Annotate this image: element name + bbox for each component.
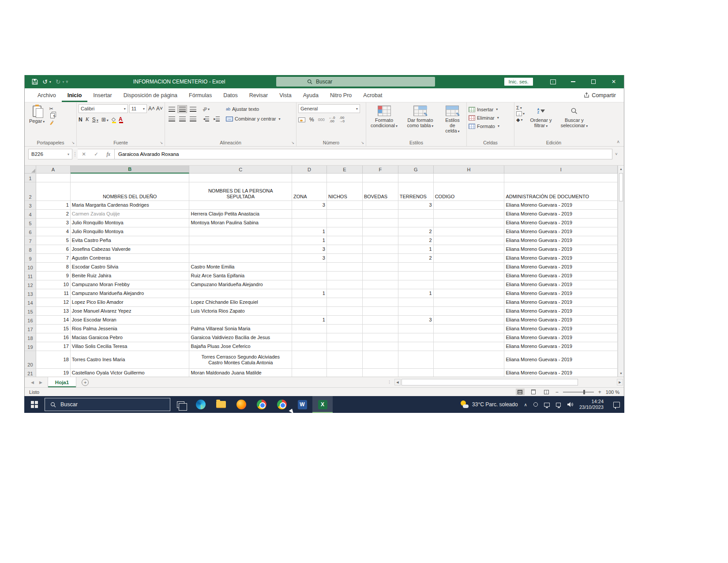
scroll-left-icon[interactable]: ◀ bbox=[394, 379, 401, 385]
chrome-button-2[interactable] bbox=[272, 396, 292, 413]
cell-I7[interactable]: Eliana Moreno Guevara - 2019 bbox=[504, 236, 618, 245]
formula-input[interactable]: Garaicoa Alvarado Roxana bbox=[115, 149, 612, 159]
network-icon[interactable] bbox=[556, 403, 561, 407]
cell-A3[interactable]: 1 bbox=[36, 201, 71, 210]
customize-qat-icon[interactable]: ▿ bbox=[66, 79, 68, 84]
cell-E20[interactable] bbox=[327, 351, 363, 369]
fill-color-button[interactable]: ◇ bbox=[112, 117, 116, 122]
cell-I9[interactable]: Eliana Moreno Guevara - 2019 bbox=[504, 254, 618, 263]
cell-I12[interactable]: Eliana Moreno Guevara - 2019 bbox=[504, 280, 618, 289]
cell-A21[interactable]: 19 bbox=[36, 369, 71, 377]
column-header-I[interactable]: I bbox=[504, 166, 618, 174]
cell-G5[interactable] bbox=[398, 219, 434, 227]
cell-D8[interactable]: 3 bbox=[292, 245, 327, 254]
cell-I4[interactable]: Eliana Moreno Guevara - 2019 bbox=[504, 210, 618, 219]
sheet-tab-hoja1[interactable]: Hoja1 bbox=[48, 377, 76, 387]
excel-button[interactable]: X bbox=[312, 396, 333, 413]
cell-E15[interactable] bbox=[327, 307, 363, 316]
cell-F4[interactable] bbox=[363, 210, 398, 219]
column-header-D[interactable]: D bbox=[292, 166, 327, 174]
cell-C14[interactable]: Lopez Chichande Elio Ezequiel bbox=[189, 298, 292, 307]
zoom-out-icon[interactable]: − bbox=[555, 389, 559, 395]
cell-C3[interactable] bbox=[189, 201, 292, 210]
cell-D20[interactable] bbox=[292, 351, 327, 369]
cell-H3[interactable] bbox=[434, 201, 505, 210]
row-header-14[interactable]: 14 bbox=[25, 298, 36, 307]
decrease-indent-icon[interactable]: ◂ bbox=[201, 115, 211, 123]
cell-H14[interactable] bbox=[434, 298, 505, 307]
fill-button[interactable]: ↓ bbox=[516, 111, 525, 116]
titlebar-search-box[interactable]: Buscar bbox=[276, 77, 435, 87]
cell-G3[interactable]: 3 bbox=[398, 201, 434, 210]
horizontal-scroll-thumb[interactable] bbox=[402, 379, 578, 385]
cell-G18[interactable] bbox=[398, 333, 434, 342]
vertical-scrollbar[interactable]: ▲ ▼ bbox=[618, 166, 624, 377]
normal-view-icon[interactable] bbox=[516, 389, 525, 395]
cell-C21[interactable]: Moran Maldonado Juana Matilde bbox=[189, 369, 292, 377]
cell-D18[interactable] bbox=[292, 333, 327, 342]
cell-G4[interactable] bbox=[398, 210, 434, 219]
cell-F11[interactable] bbox=[363, 272, 398, 280]
cell-E2[interactable]: NICHOS bbox=[327, 182, 363, 201]
cell-styles-button[interactable]: ✎ Estilos de celda bbox=[440, 104, 465, 136]
scroll-up-icon[interactable]: ▲ bbox=[618, 166, 624, 172]
word-button[interactable]: W bbox=[292, 396, 312, 413]
cell-F6[interactable] bbox=[363, 227, 398, 236]
cell-G14[interactable] bbox=[398, 298, 434, 307]
align-middle-icon[interactable] bbox=[177, 105, 187, 113]
row-header-20[interactable]: 20 bbox=[25, 351, 36, 369]
align-left-icon[interactable] bbox=[167, 115, 176, 123]
tab-disposici-n-de-p-gina[interactable]: Disposición de página bbox=[118, 88, 183, 102]
cell-H19[interactable] bbox=[434, 342, 505, 351]
cell-D19[interactable] bbox=[292, 342, 327, 351]
cell-G1[interactable] bbox=[398, 174, 434, 182]
cell-F2[interactable]: BOVEDAS bbox=[363, 182, 398, 201]
comma-style-icon[interactable]: 000 bbox=[318, 117, 325, 122]
row-header-1[interactable]: 1 bbox=[25, 174, 36, 182]
cell-D21[interactable] bbox=[292, 369, 327, 377]
scroll-right-icon[interactable]: ▶ bbox=[617, 379, 623, 385]
zoom-slider[interactable] bbox=[563, 392, 594, 393]
task-view-button[interactable] bbox=[170, 396, 191, 413]
sign-in-button[interactable]: Inic. ses. bbox=[504, 78, 533, 86]
cell-B11[interactable]: Benite Ruiz Jahira bbox=[71, 272, 190, 280]
cell-H16[interactable] bbox=[434, 316, 505, 325]
tab-ayuda[interactable]: Ayuda bbox=[297, 88, 324, 102]
cell-E12[interactable] bbox=[327, 280, 363, 289]
cell-G19[interactable] bbox=[398, 342, 434, 351]
cell-B9[interactable]: Agustin Contreras bbox=[71, 254, 190, 263]
increase-indent-icon[interactable]: ▸ bbox=[212, 115, 221, 123]
cell-E9[interactable] bbox=[327, 254, 363, 263]
cell-E14[interactable] bbox=[327, 298, 363, 307]
insert-cells-button[interactable]: Insertar bbox=[469, 105, 512, 113]
cell-C6[interactable] bbox=[189, 227, 292, 236]
cell-B1[interactable] bbox=[71, 174, 190, 182]
new-sheet-icon[interactable]: + bbox=[82, 379, 89, 386]
cell-E16[interactable] bbox=[327, 316, 363, 325]
cell-B17[interactable]: Rios Palma Jessenia bbox=[71, 325, 190, 333]
cell-F5[interactable] bbox=[363, 219, 398, 227]
column-header-F[interactable]: F bbox=[363, 166, 398, 174]
cell-D10[interactable] bbox=[292, 263, 327, 272]
cell-A9[interactable]: 7 bbox=[36, 254, 71, 263]
cell-C13[interactable] bbox=[189, 289, 292, 298]
cell-D11[interactable] bbox=[292, 272, 327, 280]
tab-datos[interactable]: Datos bbox=[218, 88, 244, 102]
cell-A1[interactable] bbox=[36, 174, 71, 182]
cell-H5[interactable] bbox=[434, 219, 505, 227]
insert-function-icon[interactable]: fx bbox=[106, 151, 110, 157]
cell-B16[interactable]: Jose Escodar Moran bbox=[71, 316, 190, 325]
cell-E3[interactable] bbox=[327, 201, 363, 210]
increase-decimal-icon[interactable]: ←.0 .00 bbox=[329, 116, 335, 123]
cell-F3[interactable] bbox=[363, 201, 398, 210]
scroll-down-icon[interactable]: ▼ bbox=[618, 370, 624, 377]
row-header-9[interactable]: 9 bbox=[25, 254, 36, 263]
page-break-view-icon[interactable] bbox=[542, 389, 551, 395]
cell-C20[interactable]: Torres Cerrasco Segundo Alciviades Castr… bbox=[189, 351, 292, 369]
row-header-4[interactable]: 4 bbox=[25, 210, 36, 219]
align-bottom-icon[interactable] bbox=[188, 105, 198, 113]
action-center-icon[interactable] bbox=[613, 402, 620, 408]
cell-I18[interactable]: Eliana Moreno Guevara - 2019 bbox=[504, 333, 618, 342]
select-all-corner[interactable] bbox=[25, 166, 36, 174]
cell-D5[interactable] bbox=[292, 219, 327, 227]
